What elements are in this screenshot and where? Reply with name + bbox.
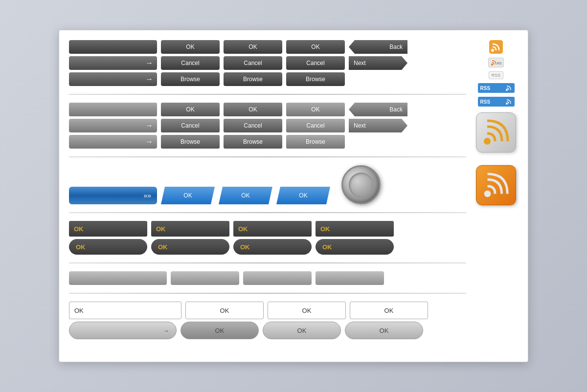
divider-2 xyxy=(69,156,466,157)
next-btn-d1[interactable]: Next xyxy=(349,56,407,70)
blue-button-row: »» OK OK OK xyxy=(69,165,466,204)
blue-tab-btn-1[interactable]: OK xyxy=(161,187,215,204)
rss-text-badge-1: RSS xyxy=(489,71,504,79)
svg-point-5 xyxy=(506,103,508,105)
main-panel: OK OK OK Back → Cancel Cancel Cancel Nex… xyxy=(59,30,528,362)
divider-1 xyxy=(69,94,466,95)
ok-outline-btn-3[interactable]: OK xyxy=(233,221,312,237)
ok-btn-d1[interactable]: OK xyxy=(161,40,220,54)
cancel-btn-d1[interactable]: Cancel xyxy=(161,56,220,70)
mid-row-3: → Browse Browse Browse xyxy=(69,135,466,149)
ok-pill-btn-3[interactable]: OK xyxy=(233,239,312,255)
blue-wide-btn[interactable]: »» xyxy=(69,187,157,204)
gray-bar-btn-1[interactable] xyxy=(69,271,167,285)
ok-pill-btn-1[interactable]: OK xyxy=(69,239,147,255)
light-wide-btn-1[interactable] xyxy=(69,103,157,116)
ok-outline-btn-1[interactable]: OK xyxy=(69,221,147,237)
rss-big-orange-icon xyxy=(476,165,516,205)
cancel-btn-m1[interactable]: Cancel xyxy=(161,119,220,132)
gray-bars-row xyxy=(69,271,466,285)
white-ok-btn-4[interactable]: OK xyxy=(350,302,428,319)
mid-row-2: → Cancel Cancel Cancel Next xyxy=(69,119,466,132)
white-outline-group: OK OK OK OK → OK OK OK xyxy=(69,302,466,339)
ok-outline-row-1: OK OK OK OK xyxy=(69,221,466,237)
rss-blue-label-2: RSS xyxy=(478,97,515,107)
white-ok-btn-2[interactable]: OK xyxy=(185,302,264,319)
mid-button-group-1: OK OK OK Back → Cancel Cancel Cancel Nex… xyxy=(69,103,466,149)
browse-btn-d2[interactable]: Browse xyxy=(224,72,282,86)
gray-pill-arrow-btn[interactable]: → xyxy=(69,322,177,339)
background: OK OK OK Back → Cancel Cancel Cancel Nex… xyxy=(0,0,587,392)
browse-btn-m3[interactable]: Browse xyxy=(286,135,345,149)
dark-row-1: OK OK OK Back xyxy=(69,40,466,54)
blue-tab-btn-2[interactable]: OK xyxy=(219,187,272,204)
cancel-btn-m2[interactable]: Cancel xyxy=(224,119,282,132)
gray-bar-btn-4[interactable] xyxy=(316,271,384,285)
dark-row-2: → Cancel Cancel Cancel Next xyxy=(69,56,466,70)
dark-row-3: → Browse Browse Browse xyxy=(69,72,466,86)
arrow-btn-1[interactable]: → xyxy=(69,56,157,70)
gray-bar-btn-2[interactable] xyxy=(171,271,239,285)
white-ok-btn-1[interactable]: OK xyxy=(69,302,181,319)
dial-inner xyxy=(349,173,373,197)
gray-pill-ok-btn-3[interactable]: OK xyxy=(345,322,423,339)
svg-point-7 xyxy=(484,191,491,197)
gray-pill-ok-btn-2[interactable]: OK xyxy=(263,322,341,339)
ok-btn-d2[interactable]: OK xyxy=(224,40,282,54)
gray-pill-ok-btn-1[interactable]: OK xyxy=(181,322,259,339)
ok-btn-m2[interactable]: OK xyxy=(224,103,282,116)
divider-5 xyxy=(69,293,466,294)
ok-outline-group: OK OK OK OK OK OK OK OK xyxy=(69,221,466,255)
dial-knob[interactable] xyxy=(341,165,381,204)
rss-label-text-1: RSS xyxy=(480,86,491,91)
ok-btn-m1[interactable]: OK xyxy=(161,103,220,116)
arrow-btn-4[interactable]: → xyxy=(69,135,157,149)
cancel-btn-m3[interactable]: Cancel xyxy=(286,119,345,132)
ok-btn-m3[interactable]: OK xyxy=(286,103,345,116)
ok-pill-btn-2[interactable]: OK xyxy=(151,239,229,255)
blue-tab-btn-3[interactable]: OK xyxy=(276,187,330,204)
ok-outline-btn-4[interactable]: OK xyxy=(316,221,394,237)
rss-big-gray-icon xyxy=(476,112,516,152)
divider-3 xyxy=(69,212,466,213)
svg-point-6 xyxy=(484,138,491,145)
ok-outline-btn-2[interactable]: OK xyxy=(151,221,229,237)
rss-blue-label-1: RSS xyxy=(478,83,515,93)
browse-btn-d1[interactable]: Browse xyxy=(161,72,220,86)
back-btn-m1[interactable]: Back xyxy=(349,103,407,116)
white-pill-row: → OK OK OK xyxy=(69,322,466,339)
cancel-btn-d3[interactable]: Cancel xyxy=(286,56,345,70)
dark-wide-btn-1[interactable] xyxy=(69,40,157,54)
ok-pill-btn-4[interactable]: OK xyxy=(316,239,394,255)
rss-label-text-2: RSS xyxy=(480,99,491,105)
cancel-btn-d2[interactable]: Cancel xyxy=(224,56,282,70)
arrow-btn-2[interactable]: → xyxy=(69,72,157,86)
white-outline-row-1: OK OK OK OK xyxy=(69,302,466,319)
divider-4 xyxy=(69,262,466,263)
svg-text:RSS: RSS xyxy=(497,62,502,65)
svg-point-2 xyxy=(491,64,493,65)
ok-btn-d3[interactable]: OK xyxy=(286,40,345,54)
right-sidebar: RSS RSS RSS RSS xyxy=(474,40,518,352)
back-btn-d1[interactable]: Back xyxy=(349,40,407,54)
gray-bar-btn-3[interactable] xyxy=(243,271,312,285)
rss-tiny-orange xyxy=(489,40,503,54)
ok-pill-row: OK OK OK OK xyxy=(69,239,466,255)
svg-rect-0 xyxy=(489,40,503,54)
left-content: OK OK OK Back → Cancel Cancel Cancel Nex… xyxy=(69,40,466,352)
white-ok-btn-3[interactable]: OK xyxy=(268,302,346,319)
svg-point-4 xyxy=(506,89,508,91)
svg-point-1 xyxy=(491,49,494,52)
dark-button-group-1: OK OK OK Back → Cancel Cancel Cancel Nex… xyxy=(69,40,466,86)
browse-btn-m1[interactable]: Browse xyxy=(161,135,220,149)
rss-small-box-1: RSS xyxy=(488,58,504,67)
mid-row-1: OK OK OK Back xyxy=(69,103,466,116)
browse-btn-d3[interactable]: Browse xyxy=(286,72,345,86)
next-btn-m1[interactable]: Next xyxy=(349,119,407,132)
dial-container xyxy=(339,165,383,204)
arrow-btn-3[interactable]: → xyxy=(69,119,157,132)
browse-btn-m2[interactable]: Browse xyxy=(224,135,282,149)
